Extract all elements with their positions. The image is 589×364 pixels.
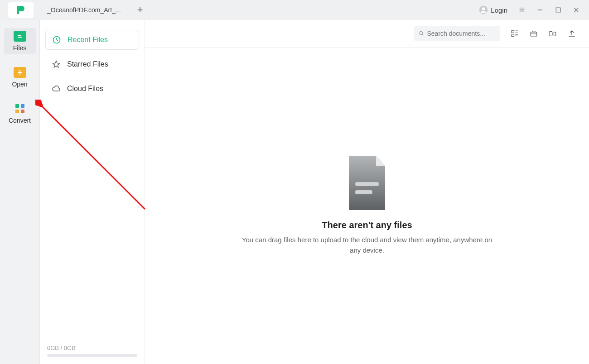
upload-button[interactable] [567,29,576,38]
rail-item-open[interactable]: Open [4,64,36,91]
maximize-icon [555,7,561,13]
nav-label-cloud: Cloud Files [67,85,103,93]
svg-rect-13 [512,34,514,37]
new-tab-button[interactable]: + [137,5,143,15]
svg-rect-3 [16,34,24,39]
close-button[interactable] [567,0,585,20]
svg-rect-9 [21,110,24,113]
search-icon [419,30,424,37]
toolbar [145,20,589,47]
star-icon [52,60,61,69]
briefcase-icon [530,29,538,38]
new-folder-button[interactable] [548,29,557,38]
minimize-button[interactable] [531,0,549,20]
rail-item-convert[interactable]: Convert [4,101,36,127]
rail-label-convert: Convert [9,117,31,124]
hamburger-icon [519,7,525,13]
nav-item-recent-files[interactable]: Recent Files [45,30,139,50]
svg-point-1 [482,7,485,10]
search-box[interactable] [414,26,500,41]
upload-icon [568,29,576,38]
storage-text: 0GB / 0GB [47,345,137,351]
rail-item-files[interactable]: Files [4,28,36,54]
nav-item-starred-files[interactable]: Starred Files [45,54,139,74]
svg-rect-4 [18,35,21,36]
folder-plus-icon [549,29,557,38]
svg-rect-6 [15,104,19,108]
svg-rect-16 [355,190,372,194]
app-logo-icon [15,5,26,15]
minimize-icon [537,7,543,13]
empty-title: There aren't any files [322,220,412,230]
login-label: Login [491,6,507,14]
nav-item-cloud-files[interactable]: Cloud Files [45,79,139,99]
secondary-nav: Recent Files Starred Files Cloud Files 0… [40,20,145,364]
search-input[interactable] [427,30,496,37]
nav-label-recent: Recent Files [68,36,108,44]
login-button[interactable]: Login [479,5,507,14]
svg-rect-14 [531,32,537,36]
open-icon [14,67,26,78]
storage-indicator: 0GB / 0GB [45,345,139,359]
convert-icon [14,103,26,114]
close-icon [573,7,579,13]
rail-label-open: Open [12,81,27,88]
titlebar: _OceanofPDF.com_Art_... + Login [0,0,589,20]
svg-rect-15 [355,182,379,186]
svg-rect-12 [512,30,514,33]
rail-label-files: Files [13,44,27,52]
svg-rect-8 [15,110,19,113]
view-grid-icon [511,29,519,38]
document-tab[interactable]: _OceanofPDF.com_Art_... [47,6,121,14]
toolbar-divider [145,47,589,48]
cloud-icon [52,84,61,93]
maximize-button[interactable] [549,0,567,20]
main-content: There aren't any files You can drag file… [145,20,589,364]
svg-rect-5 [18,37,22,38]
svg-rect-2 [556,8,560,12]
tool-briefcase-button[interactable] [529,29,538,38]
empty-state: There aren't any files You can drag file… [145,156,589,255]
empty-subtitle: You can drag files here to upload to the… [240,235,494,255]
view-toggle-button[interactable] [510,29,519,38]
nav-label-starred: Starred Files [67,60,108,68]
empty-document-icon [344,156,390,210]
clock-icon [52,35,61,44]
left-rail: Files Open Convert [0,20,40,364]
user-icon [479,5,488,14]
app-logo-tab[interactable] [8,2,34,18]
hamburger-menu-button[interactable] [513,0,531,20]
svg-point-11 [420,31,423,34]
storage-bar [47,354,137,357]
files-icon [14,31,26,42]
svg-rect-7 [21,104,24,108]
